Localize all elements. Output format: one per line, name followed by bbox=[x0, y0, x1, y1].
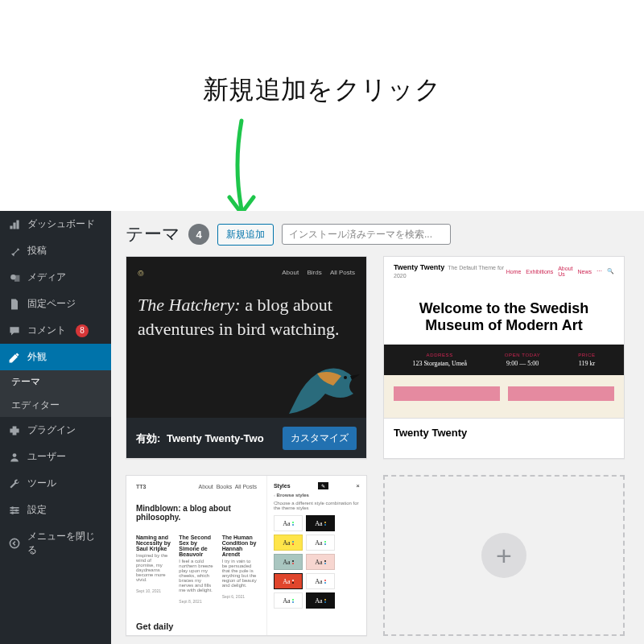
collapse-icon bbox=[8, 537, 21, 550]
theme-headline: The Hatchery: a blog about adventures in… bbox=[138, 293, 355, 341]
edit-icon: ✎ bbox=[318, 482, 328, 489]
tools-icon bbox=[8, 477, 21, 490]
sidebar-item-label: ユーザー bbox=[27, 450, 66, 464]
sidebar-item-label: 固定ページ bbox=[27, 297, 76, 311]
sidebar-item-label: ツール bbox=[27, 477, 56, 490]
theme-preview: Twenty TwentyThe Default Theme for 2020 … bbox=[384, 257, 624, 418]
style-swatches: Aa Aa Aa Aa Aa Aa Aa Aa Aa Aa bbox=[274, 515, 360, 609]
sidebar-item-media[interactable]: メディア bbox=[0, 264, 111, 291]
info-band: ADDRESS123 Storgatan, Umeå OPEN TODAY9:0… bbox=[384, 345, 624, 375]
theme-count: 4 bbox=[188, 224, 209, 245]
theme-footer: Twenty Twenty bbox=[384, 418, 624, 447]
customize-button[interactable]: カスタマイズ bbox=[283, 427, 357, 450]
theme-card-twenty-twenty-three[interactable]: TT3About Books All Posts Mindblown: a bl… bbox=[126, 475, 367, 636]
svg-point-7 bbox=[11, 511, 14, 514]
search-icon: 🔍 bbox=[607, 268, 614, 275]
theme-nav: About Birds All Posts bbox=[275, 269, 355, 276]
dashboard-icon bbox=[8, 218, 21, 231]
page-header: テーマ 4 新規追加 bbox=[126, 222, 630, 246]
sidebar-item-collapse[interactable]: メニューを閉じる bbox=[0, 523, 111, 564]
svg-point-8 bbox=[10, 539, 19, 547]
sidebar-item-appearance[interactable]: 外観 bbox=[0, 344, 111, 370]
page-icon bbox=[8, 298, 21, 311]
admin-screen: ダッシュボード 投稿 メディア 固定ページ コメント 8 外観 テーマ エディタ… bbox=[0, 211, 644, 644]
sidebar-item-label: ダッシュボード bbox=[27, 217, 95, 231]
annotation-arrow bbox=[217, 117, 266, 221]
plugin-icon bbox=[8, 424, 21, 437]
user-icon bbox=[8, 451, 21, 464]
sidebar-item-dashboard[interactable]: ダッシュボード bbox=[0, 211, 111, 237]
submenu-themes[interactable]: テーマ bbox=[0, 370, 111, 394]
theme-search-input[interactable] bbox=[282, 224, 451, 245]
svg-point-1 bbox=[13, 453, 17, 457]
add-theme-card[interactable]: + bbox=[383, 475, 625, 636]
theme-card-twenty-twenty[interactable]: Twenty TwentyThe Default Theme for 2020 … bbox=[383, 256, 625, 459]
svg-point-9 bbox=[344, 376, 347, 379]
plus-icon: + bbox=[481, 533, 526, 578]
theme-name: Twenty Twenty bbox=[394, 427, 467, 439]
sidebar-item-plugins[interactable]: プラグイン bbox=[0, 417, 111, 444]
sidebar-item-users[interactable]: ユーザー bbox=[0, 444, 111, 470]
page-title: テーマ bbox=[126, 222, 180, 246]
themes-grid: ⌾ About Birds All Posts The Hatchery: a … bbox=[126, 256, 630, 636]
appearance-submenu: テーマ エディター bbox=[0, 370, 111, 417]
theme-name: Twenty Twenty-Two bbox=[167, 432, 264, 444]
sidebar-item-posts[interactable]: 投稿 bbox=[0, 237, 111, 264]
sidebar-item-label: メディア bbox=[27, 270, 66, 284]
sidebar-item-label: プラグイン bbox=[27, 423, 76, 437]
admin-sidebar: ダッシュボード 投稿 メディア 固定ページ コメント 8 外観 テーマ エディタ… bbox=[0, 211, 111, 644]
sidebar-item-label: 投稿 bbox=[27, 244, 47, 258]
annotation-text: 新規追加をクリック bbox=[0, 72, 644, 108]
sidebar-item-label: コメント bbox=[27, 324, 66, 337]
sidebar-item-tools[interactable]: ツール bbox=[0, 470, 111, 497]
sidebar-item-label: 設定 bbox=[27, 503, 47, 517]
main-content: テーマ 4 新規追加 ⌾ About Birds All Posts bbox=[111, 211, 644, 644]
settings-icon bbox=[8, 504, 21, 517]
theme-card-twenty-twenty-two[interactable]: ⌾ About Birds All Posts The Hatchery: a … bbox=[126, 256, 367, 459]
theme-preview: ⌾ About Birds All Posts The Hatchery: a … bbox=[126, 257, 366, 418]
comment-icon bbox=[8, 324, 21, 337]
menu-icon: ⋯ bbox=[597, 268, 602, 275]
svg-point-5 bbox=[11, 506, 14, 509]
theme-logo: ⌾ bbox=[138, 266, 146, 279]
appearance-icon bbox=[8, 351, 21, 364]
svg-point-6 bbox=[15, 509, 18, 511]
sidebar-item-label: 外観 bbox=[27, 350, 47, 364]
theme-footer: 有効: Twenty Twenty-Two カスタマイズ bbox=[126, 418, 366, 458]
bird-icon bbox=[273, 353, 361, 418]
media-icon bbox=[8, 271, 21, 284]
pin-icon bbox=[8, 245, 21, 258]
sidebar-item-pages[interactable]: 固定ページ bbox=[0, 291, 111, 317]
active-label: 有効: bbox=[136, 432, 160, 444]
theme-hero: Welcome to the Swedish Museum of Modern … bbox=[384, 286, 624, 345]
submenu-editor[interactable]: エディター bbox=[0, 394, 111, 417]
close-icon: × bbox=[356, 482, 360, 489]
theme-preview: TT3About Books All Posts Mindblown: a bl… bbox=[126, 476, 366, 636]
sidebar-item-label: メニューを閉じる bbox=[27, 530, 103, 557]
sidebar-item-settings[interactable]: 設定 bbox=[0, 497, 111, 523]
comments-badge: 8 bbox=[76, 324, 89, 337]
sidebar-item-comments[interactable]: コメント 8 bbox=[0, 317, 111, 344]
add-new-button[interactable]: 新規追加 bbox=[217, 224, 274, 246]
